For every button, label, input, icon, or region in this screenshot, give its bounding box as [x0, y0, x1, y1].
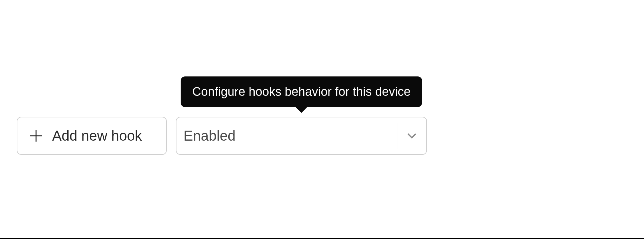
- hooks-behavior-dropdown-wrap: Configure hooks behavior for this device…: [176, 117, 427, 155]
- controls-row: Add new hook Configure hooks behavior fo…: [17, 117, 427, 155]
- add-new-hook-label: Add new hook: [52, 128, 142, 144]
- dropdown-selected-label: Enabled: [176, 128, 242, 144]
- hooks-behavior-dropdown[interactable]: Enabled: [176, 117, 427, 155]
- add-new-hook-button[interactable]: Add new hook: [17, 117, 167, 155]
- tooltip: Configure hooks behavior for this device: [181, 76, 422, 107]
- tooltip-text: Configure hooks behavior for this device: [192, 85, 411, 98]
- chevron-down-icon: [397, 123, 426, 149]
- footer-divider: [0, 238, 644, 239]
- plus-icon: [29, 129, 43, 143]
